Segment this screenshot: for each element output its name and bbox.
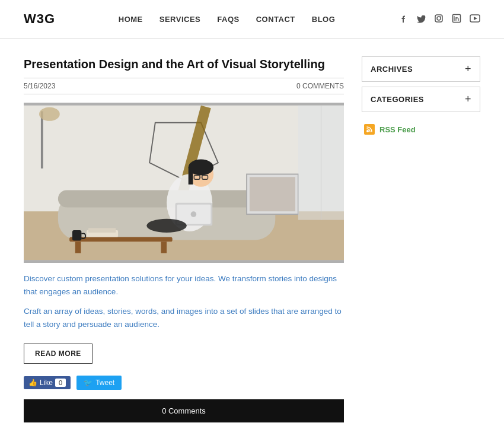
instagram-icon[interactable] xyxy=(434,14,444,25)
svg-marker-5 xyxy=(474,17,477,20)
article-excerpt1: Discover custom presentation solutions f… xyxy=(24,272,344,298)
linkedin-icon[interactable] xyxy=(452,14,461,25)
svg-point-24 xyxy=(191,211,197,217)
rss-label: RSS Feed xyxy=(379,125,416,134)
nav-blog[interactable]: BLOG xyxy=(312,15,336,24)
article-meta: 5/16/2023 0 COMMENTS xyxy=(24,78,344,94)
archives-label: ARCHIVES xyxy=(371,65,413,74)
facebook-like-icon: 👍 xyxy=(28,379,37,387)
svg-rect-31 xyxy=(72,230,81,240)
article-title: Presentation Design and the Art of Visua… xyxy=(24,56,344,72)
archives-toggle-icon[interactable]: + xyxy=(465,63,471,75)
comments-bar[interactable]: 0 Comments xyxy=(24,399,344,422)
svg-rect-0 xyxy=(435,15,442,22)
svg-point-12 xyxy=(39,107,60,121)
svg-point-2 xyxy=(441,15,442,17)
svg-rect-28 xyxy=(161,241,167,253)
svg-rect-18 xyxy=(189,167,193,185)
youtube-icon[interactable] xyxy=(470,14,480,24)
facebook-icon[interactable] xyxy=(398,14,408,25)
social-icons-group xyxy=(398,14,480,25)
svg-rect-27 xyxy=(75,241,81,253)
site-logo: W3G xyxy=(24,11,55,27)
categories-header[interactable]: CATEGORIES + xyxy=(362,87,480,112)
twitter-bird-icon: 🐦 xyxy=(84,379,92,387)
article-image xyxy=(24,103,344,263)
nav-contact[interactable]: CONTACT xyxy=(256,15,295,24)
tweet-button[interactable]: 🐦 Tweet xyxy=(76,376,122,390)
svg-point-1 xyxy=(437,17,441,20)
tweet-label: Tweet xyxy=(95,379,114,387)
categories-toggle-icon[interactable]: + xyxy=(465,93,471,106)
svg-rect-30 xyxy=(88,228,116,233)
facebook-like-label: Like xyxy=(40,379,53,387)
svg-rect-11 xyxy=(41,111,43,168)
facebook-like-widget[interactable]: 👍 Like 0 xyxy=(24,376,71,389)
rss-icon xyxy=(364,124,375,135)
svg-point-25 xyxy=(146,219,187,233)
read-more-button[interactable]: READ MORE xyxy=(24,344,92,364)
main-container: Presentation Design and the Art of Visua… xyxy=(0,39,504,440)
article-date: 5/16/2023 xyxy=(24,82,55,90)
main-nav: HOME SERVICES FAQS CONTACT BLOG xyxy=(119,15,336,24)
article-excerpt2: Craft an array of ideas, stories, words,… xyxy=(24,305,344,330)
archives-header[interactable]: ARCHIVES + xyxy=(362,57,480,81)
nav-services[interactable]: SERVICES xyxy=(160,15,201,24)
social-actions: 👍 Like 0 🐦 Tweet xyxy=(24,376,344,390)
article-section: Presentation Design and the Art of Visua… xyxy=(24,56,344,422)
categories-label: CATEGORIES xyxy=(371,95,424,104)
categories-widget: CATEGORIES + xyxy=(362,87,480,112)
sidebar: ARCHIVES + CATEGORIES + RSS Feed xyxy=(362,56,480,422)
nav-faqs[interactable]: FAQS xyxy=(217,15,239,24)
rss-feed-link[interactable]: RSS Feed xyxy=(362,117,480,142)
archives-widget: ARCHIVES + xyxy=(362,56,480,82)
svg-point-36 xyxy=(366,130,369,132)
svg-rect-14 xyxy=(58,190,275,208)
nav-home[interactable]: HOME xyxy=(119,15,143,24)
article-comments-count[interactable]: 0 COMMENTS xyxy=(296,82,344,90)
svg-rect-33 xyxy=(250,177,295,211)
twitter-icon[interactable] xyxy=(416,14,426,25)
facebook-like-count: 0 xyxy=(55,379,66,387)
